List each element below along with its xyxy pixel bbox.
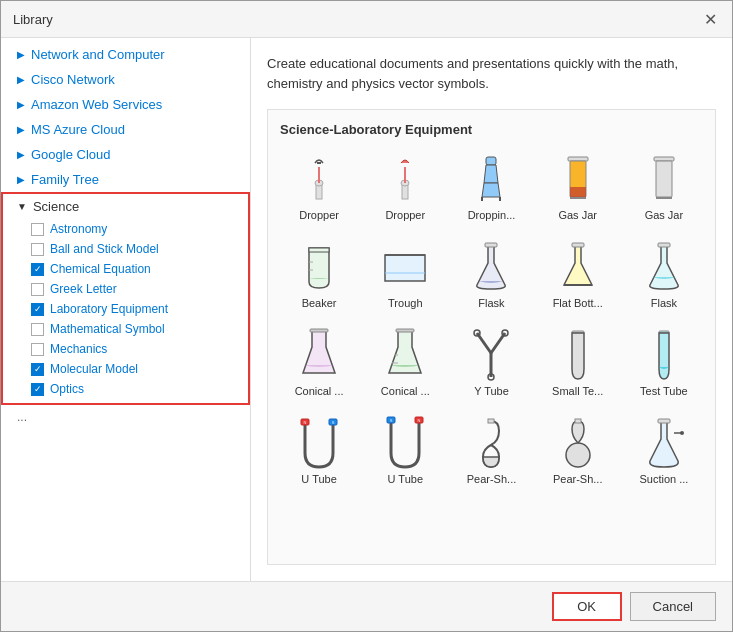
- left-panel: ▶ Network and Computer ▶ Cisco Network ▶…: [1, 38, 251, 581]
- arrow-icon: ▶: [17, 149, 25, 160]
- sub-item-optics[interactable]: Optics: [3, 379, 248, 399]
- svg-rect-23: [658, 243, 670, 247]
- svg-point-46: [680, 431, 684, 435]
- sidebar-item-google[interactable]: ▶ Google Cloud: [1, 142, 250, 167]
- icon-trough[interactable]: Trough: [366, 235, 444, 315]
- flask1-image: [465, 241, 517, 293]
- svg-rect-12: [570, 187, 586, 197]
- svg-text:S: S: [332, 420, 335, 425]
- arrow-icon: ▶: [17, 174, 25, 185]
- icon-suction[interactable]: Suction ...: [625, 411, 703, 491]
- icon-flatbott[interactable]: Flat Bott...: [539, 235, 617, 315]
- checkbox-optics[interactable]: [31, 383, 44, 396]
- svg-rect-22: [572, 243, 584, 247]
- svg-text:N: N: [418, 418, 421, 423]
- icons-grid: Dropper Dropper: [280, 147, 703, 491]
- icon-label: Flask: [478, 297, 504, 309]
- cancel-button[interactable]: Cancel: [630, 592, 716, 621]
- dialog-title: Library: [13, 12, 53, 27]
- checkbox-astronomy[interactable]: [31, 223, 44, 236]
- sidebar-item-label: Network and Computer: [31, 47, 165, 62]
- sidebar-item-aws[interactable]: ▶ Amazon Web Services: [1, 92, 250, 117]
- pearsh1-image: [465, 417, 517, 469]
- conical2-image: [379, 329, 431, 381]
- sub-item-astronomy[interactable]: Astronomy: [3, 219, 248, 239]
- icon-conical2[interactable]: Conical ...: [366, 323, 444, 403]
- icon-label: Small Te...: [552, 385, 603, 397]
- icon-ytube[interactable]: Y Tube: [452, 323, 530, 403]
- checkbox-lab-equipment[interactable]: [31, 303, 44, 316]
- ytube-image: [465, 329, 517, 381]
- icon-label: Dropper: [385, 209, 425, 221]
- science-subitems: Astronomy Ball and Stick Model Chemical …: [3, 219, 248, 403]
- checkbox-greek[interactable]: [31, 283, 44, 296]
- svg-rect-24: [310, 329, 328, 332]
- sub-item-mechanics[interactable]: Mechanics: [3, 339, 248, 359]
- checkbox-ball-stick[interactable]: [31, 243, 44, 256]
- right-panel: Create educational documents and present…: [251, 38, 732, 581]
- checkbox-molecular[interactable]: [31, 363, 44, 376]
- sidebar-item-network-computer[interactable]: ▶ Network and Computer: [1, 42, 250, 67]
- icon-label: Pear-Sh...: [467, 473, 517, 485]
- icon-label: Beaker: [302, 297, 337, 309]
- svg-rect-44: [658, 419, 670, 423]
- icon-label: Y Tube: [474, 385, 509, 397]
- icon-dropper1[interactable]: Dropper: [280, 147, 358, 227]
- icon-flask2[interactable]: Flask: [625, 235, 703, 315]
- science-header[interactable]: ▼ Science: [3, 194, 248, 219]
- utube1-image: N S: [293, 417, 345, 469]
- sidebar-item-label: Family Tree: [31, 172, 99, 187]
- icon-dropping[interactable]: Droppin...: [452, 147, 530, 227]
- dropper1-image: [293, 153, 345, 205]
- sidebar-item-family-tree[interactable]: ▶ Family Tree: [1, 167, 250, 192]
- icon-dropper2[interactable]: Dropper: [366, 147, 444, 227]
- utube2-image: S N: [379, 417, 431, 469]
- sub-item-ball-stick[interactable]: Ball and Stick Model: [3, 239, 248, 259]
- icon-utube2[interactable]: S N U Tube: [366, 411, 444, 491]
- ok-button[interactable]: OK: [552, 592, 622, 621]
- icon-label: U Tube: [301, 473, 336, 485]
- icon-gasjar2[interactable]: Gas Jar: [625, 147, 703, 227]
- icon-smallte[interactable]: Small Te...: [539, 323, 617, 403]
- icon-conical1[interactable]: Conical ...: [280, 323, 358, 403]
- icon-testtube[interactable]: Test Tube: [625, 323, 703, 403]
- sub-item-chemical[interactable]: Chemical Equation: [3, 259, 248, 279]
- icon-gasjar1[interactable]: Gas Jar: [539, 147, 617, 227]
- arrow-icon: ▶: [17, 99, 25, 110]
- sidebar-item-more[interactable]: ...: [1, 405, 250, 429]
- dropper2-image: [379, 153, 431, 205]
- conical1-image: [293, 329, 345, 381]
- sub-item-greek[interactable]: Greek Letter: [3, 279, 248, 299]
- sub-item-label: Chemical Equation: [50, 262, 151, 276]
- beaker-image: [293, 241, 345, 293]
- sidebar-item-azure[interactable]: ▶ MS Azure Cloud: [1, 117, 250, 142]
- icon-pearsh2[interactable]: Pear-Sh...: [539, 411, 617, 491]
- icon-utube1[interactable]: N S U Tube: [280, 411, 358, 491]
- icon-flask1[interactable]: Flask: [452, 235, 530, 315]
- icon-beaker[interactable]: Beaker: [280, 235, 358, 315]
- svg-rect-43: [575, 419, 581, 423]
- icon-pearsh1[interactable]: Pear-Sh...: [452, 411, 530, 491]
- sidebar-item-cisco[interactable]: ▶ Cisco Network: [1, 67, 250, 92]
- checkbox-chemical[interactable]: [31, 263, 44, 276]
- icon-label: Test Tube: [640, 385, 688, 397]
- sidebar-item-label: Google Cloud: [31, 147, 111, 162]
- gasjar1-image: [552, 153, 604, 205]
- section-title-text: Science-Laboratory Equipment: [280, 122, 472, 137]
- sub-item-molecular[interactable]: Molecular Model: [3, 359, 248, 379]
- checkbox-mechanics[interactable]: [31, 343, 44, 356]
- testtube-image: [638, 329, 690, 381]
- close-button[interactable]: ✕: [700, 9, 720, 29]
- arrow-icon: ▶: [17, 124, 25, 135]
- svg-text:N: N: [304, 420, 307, 425]
- sub-item-label: Ball and Stick Model: [50, 242, 159, 256]
- dropping-image: [465, 153, 517, 205]
- sub-item-math-symbol[interactable]: Mathematical Symbol: [3, 319, 248, 339]
- icon-label: Conical ...: [381, 385, 430, 397]
- science-label: Science: [33, 199, 79, 214]
- suction-image: [638, 417, 690, 469]
- icon-label: Droppin...: [468, 209, 516, 221]
- sub-item-lab-equipment[interactable]: Laboratory Equipment: [3, 299, 248, 319]
- description-text: Create educational documents and present…: [267, 54, 687, 93]
- checkbox-math-symbol[interactable]: [31, 323, 44, 336]
